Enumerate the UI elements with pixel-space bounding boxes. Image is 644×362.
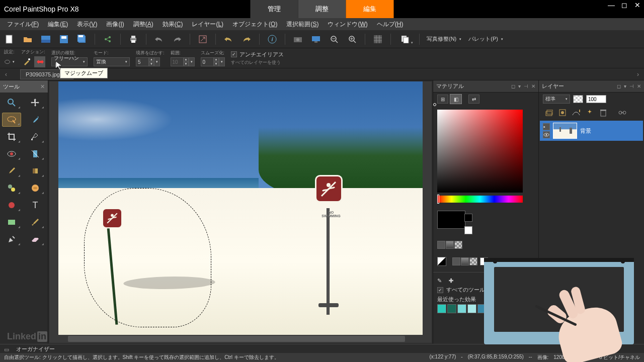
- magic-move-icon[interactable]: [34, 56, 45, 67]
- menu-selections[interactable]: 選択範囲(S): [282, 19, 323, 30]
- clone-tool[interactable]: [2, 181, 21, 195]
- swap-colors-icon[interactable]: [437, 257, 446, 266]
- minimize-button[interactable]: —: [607, 1, 616, 9]
- crop-tool[interactable]: [2, 130, 21, 144]
- mode-dropdown[interactable]: 置換▾: [94, 57, 130, 66]
- tab-prev-button[interactable]: ‹: [2, 71, 10, 78]
- style-swatch[interactable]: [437, 241, 445, 249]
- layer-effects-icon[interactable]: [584, 108, 596, 118]
- canvas[interactable]: NO SWIMMING: [49, 81, 432, 343]
- add-icon[interactable]: ✚: [449, 278, 453, 284]
- style-swatch[interactable]: [446, 241, 454, 249]
- menu-window[interactable]: ウィンドウ(W): [324, 19, 371, 30]
- workspace-button[interactable]: [40, 34, 51, 45]
- brush-tool[interactable]: [2, 164, 21, 178]
- menu-image[interactable]: 画像(I): [102, 19, 128, 30]
- panel-close-icon[interactable]: ✕: [637, 83, 641, 89]
- menu-help[interactable]: ヘルプ(H): [373, 19, 408, 30]
- panel-pin-icon[interactable]: ⊣: [524, 83, 528, 89]
- menu-objects[interactable]: オブジェクト(O): [228, 19, 281, 30]
- dropper-tool[interactable]: [26, 113, 45, 127]
- scrollbar-vertical[interactable]: [424, 81, 432, 335]
- recent-swatch[interactable]: [467, 304, 476, 313]
- range-spinner[interactable]: ▲▼▾: [171, 57, 195, 66]
- swatches-mode-icon[interactable]: ⊞: [437, 95, 448, 104]
- screen-button[interactable]: [310, 34, 321, 45]
- link-layer-icon[interactable]: [616, 108, 628, 118]
- layer-visibility-icon[interactable]: [543, 131, 550, 138]
- camera-button[interactable]: [292, 34, 303, 45]
- style-swatch[interactable]: [454, 241, 462, 249]
- menu-layers[interactable]: レイヤー(L): [188, 19, 227, 30]
- preset-dropdown[interactable]: ▾: [4, 56, 15, 67]
- zoom-tool[interactable]: [2, 96, 21, 110]
- new-mask-icon[interactable]: [556, 108, 569, 118]
- red-eye-tool[interactable]: [2, 147, 21, 161]
- menu-effects[interactable]: 効果(C): [158, 19, 187, 30]
- panel-dock-icon[interactable]: ◻: [617, 83, 621, 89]
- text-tool[interactable]: T: [26, 198, 45, 212]
- print-button[interactable]: [128, 34, 139, 45]
- open-button[interactable]: [22, 34, 33, 45]
- smooth-spinner[interactable]: ▲▼▾: [201, 57, 225, 66]
- photo-fix-dropdown[interactable]: 写真修整(N) ▾: [427, 35, 461, 43]
- save-all-button[interactable]: [76, 34, 88, 45]
- repeat-button[interactable]: [241, 34, 252, 45]
- magic-fill-icon[interactable]: [21, 56, 32, 67]
- recent-swatch[interactable]: [447, 304, 456, 313]
- move-tool[interactable]: [26, 96, 45, 110]
- wand-icon[interactable]: ✎: [437, 278, 442, 284]
- rectangle-tool[interactable]: [2, 215, 21, 229]
- redo-button[interactable]: [172, 34, 183, 45]
- revert-button[interactable]: [223, 34, 234, 45]
- delete-layer-icon[interactable]: [597, 108, 609, 118]
- shape-edit-tool[interactable]: [26, 130, 45, 144]
- scrollbar-horizontal[interactable]: [49, 335, 424, 343]
- palette-dropdown[interactable]: パレット(P) ▾: [468, 35, 503, 43]
- close-button[interactable]: ✕: [633, 1, 642, 9]
- color-picker[interactable]: [433, 106, 538, 207]
- zoom-out-button[interactable]: [329, 34, 340, 45]
- panel-dock-icon[interactable]: ◻: [511, 83, 515, 89]
- organizer-bar[interactable]: ▭ オーガナイザー: [0, 344, 644, 354]
- grid-button[interactable]: [372, 34, 383, 45]
- menu-adjust[interactable]: 調整(A): [129, 19, 157, 30]
- blend-mode-dropdown[interactable]: 標準▾: [543, 95, 570, 104]
- recent-swatch[interactable]: [437, 304, 446, 313]
- panel-menu-icon[interactable]: ▾: [624, 83, 626, 89]
- panel-menu-icon[interactable]: ▾: [518, 83, 521, 89]
- info-button[interactable]: i: [267, 34, 278, 45]
- tab-manage[interactable]: 管理: [251, 0, 298, 18]
- layer-expand-icon[interactable]: ▪: [543, 123, 550, 130]
- airbrush-tool[interactable]: [26, 215, 45, 229]
- opacity-input[interactable]: [586, 95, 606, 103]
- new-button[interactable]: [4, 34, 15, 45]
- sliders-mode-icon[interactable]: ⇄: [468, 95, 479, 104]
- undo-button[interactable]: [153, 34, 165, 45]
- panel-pin-icon[interactable]: ⊣: [629, 83, 634, 89]
- new-adjust-icon[interactable]: [570, 108, 582, 118]
- menu-view[interactable]: 表示(V): [73, 19, 101, 30]
- fg-mini-swatch[interactable]: [464, 214, 472, 222]
- foreground-swatch[interactable]: [437, 211, 465, 229]
- eraser-tool[interactable]: [26, 232, 45, 246]
- lighten-tool[interactable]: [26, 164, 45, 178]
- antialias-checkbox[interactable]: ✓ アンチエイリアス: [231, 51, 284, 58]
- straighten-tool[interactable]: [26, 147, 45, 161]
- pen-tool[interactable]: [2, 232, 21, 246]
- tab-adjust[interactable]: 調整: [298, 0, 346, 18]
- hue-slider[interactable]: [437, 196, 523, 203]
- style-swatch[interactable]: [469, 257, 477, 265]
- fill-tool[interactable]: [2, 198, 21, 212]
- save-button[interactable]: [58, 34, 69, 45]
- panel-close-icon[interactable]: ✕: [531, 83, 535, 89]
- menu-file[interactable]: ファイル(F): [3, 19, 43, 30]
- layer-item-background[interactable]: ▪ 背景: [540, 121, 643, 141]
- style-swatch[interactable]: [461, 257, 469, 265]
- share-button[interactable]: [102, 34, 113, 45]
- style-swatch[interactable]: [452, 257, 460, 265]
- tab-edit[interactable]: 編集: [346, 0, 394, 18]
- tab-next-button[interactable]: ›: [634, 71, 642, 78]
- tool-panel-close[interactable]: ✕: [40, 83, 45, 90]
- resize-button[interactable]: [197, 34, 208, 45]
